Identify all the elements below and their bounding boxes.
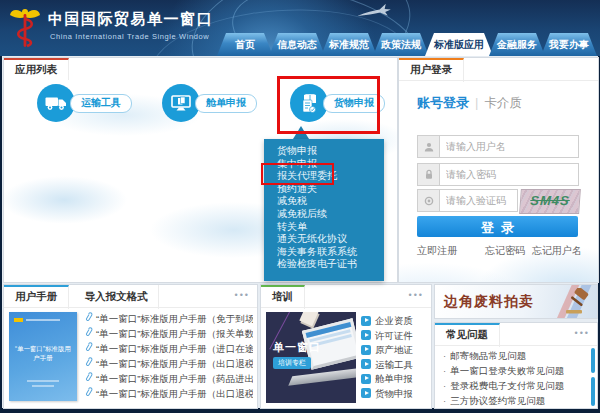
login-mode-tabs: 账号登录|卡介质	[417, 94, 522, 112]
header: 中国国际贸易单一窗口 China International Trade Sin…	[0, 0, 600, 56]
tab-app-list[interactable]: 应用列表	[4, 58, 69, 82]
lock-icon	[418, 164, 440, 185]
training-image-badge: 培训专栏	[273, 357, 311, 369]
site-title: 中国国际贸易单一窗口	[48, 10, 213, 29]
play-icon	[361, 388, 371, 398]
paperclip-icon	[84, 327, 93, 338]
training-link-text: 舱单申报	[375, 373, 413, 384]
training-promo-image[interactable]: 单一窗口 培训专栏	[266, 312, 356, 403]
manual-link[interactable]: “单一窗口”标准版用户手册（出口退税 外贸...	[84, 386, 253, 401]
training-link[interactable]: 企业资质	[361, 314, 429, 329]
highlight-box-cargo-declaration	[277, 76, 380, 134]
app-item-manifest[interactable]: 舱单申报	[195, 94, 257, 113]
training-link[interactable]: 货物申报	[361, 387, 429, 402]
forgot-password-link[interactable]: 忘记密码	[485, 245, 525, 256]
password-input[interactable]	[440, 164, 578, 185]
manual-link-text: “单一窗口”标准版用户手册（报关单数据订阅...	[96, 328, 253, 339]
app-item-transport[interactable]: 运输工具	[70, 94, 132, 113]
faq-link[interactable]: 单一窗口登录失败常见问题	[443, 363, 587, 378]
manual-link[interactable]: “单一窗口”标准版用户手册（免于到场协助查...	[84, 311, 253, 326]
training-link-text: 运输工具	[375, 359, 413, 370]
menu-item-customs-affairs-contact[interactable]: 海关事务联系系统	[264, 246, 384, 259]
paperclip-icon	[84, 387, 93, 398]
more-button[interactable]: •••	[409, 285, 424, 305]
scrap-auction-banner[interactable]: 边角废料拍卖	[434, 284, 598, 319]
nav-tab-policies[interactable]: 政策法规	[373, 33, 429, 56]
manual-link-text: “单一窗口”标准版用户手册（进口在途农产品...	[96, 343, 253, 354]
play-icon	[361, 316, 371, 326]
login-panel: 用户登录 账号登录|卡介质 SM4S 登录 立即注册 忘记	[398, 57, 599, 283]
cargo-declaration-dropdown: 货物申报 集中申报 报关代理委托 预约通关 减免税 减免税后续 转关单 通关无纸…	[264, 139, 384, 281]
menu-item-tax-reduction-followup[interactable]: 减免税后续	[264, 208, 384, 221]
username-row	[417, 135, 579, 158]
nav-tab-finance[interactable]: 金融服务	[489, 33, 545, 56]
play-icon	[361, 330, 371, 340]
manual-link-text: “单一窗口”标准版用户手册（出口退税 外贸...	[96, 388, 253, 399]
training-image-title: 单一窗口	[273, 340, 321, 355]
tab-user-manual[interactable]: 用户手册	[4, 285, 69, 309]
manual-link[interactable]: “单一窗口”标准版用户手册（药品进出口准许...	[84, 371, 253, 386]
book-cover-line	[32, 385, 54, 387]
training-link[interactable]: 舱单申报	[361, 372, 429, 387]
register-link[interactable]: 立即注册	[417, 244, 457, 258]
book-cover-logo	[14, 318, 23, 322]
play-icon	[361, 359, 371, 369]
laptop-base-graphic	[288, 367, 356, 386]
menu-item-tax-reduction[interactable]: 减免税	[264, 195, 384, 208]
paperclip-icon	[84, 312, 93, 323]
captcha-input[interactable]	[440, 190, 517, 211]
scrollbar[interactable]	[591, 377, 595, 406]
captcha-image[interactable]: SM4S	[519, 189, 581, 214]
customs-logo-icon	[9, 6, 41, 50]
login-tabstrip: 用户登录	[399, 58, 598, 81]
scrollbar[interactable]	[591, 348, 595, 373]
nav-tab-home[interactable]: 首页	[217, 33, 273, 56]
auction-banner-title: 边角废料拍卖	[444, 293, 534, 311]
faq-link[interactable]: 邮寄物品常见问题	[443, 348, 587, 363]
tab-account-login[interactable]: 账号登录	[417, 95, 469, 110]
tab-training[interactable]: 培训	[261, 285, 305, 309]
nav-tab-standards[interactable]: 标准规范	[321, 33, 377, 56]
captcha-shield-icon	[418, 190, 440, 211]
book-cover-title: “单一窗口”标准版用户手册	[14, 345, 71, 363]
menu-item-paperless-agreement[interactable]: 通关无纸化协议	[264, 233, 384, 246]
training-link[interactable]: 原产地证	[361, 343, 429, 358]
paperclip-icon	[84, 342, 93, 353]
faq-panel: 常见问题 ••• 邮寄物品常见问题 单一窗口登录失败常见问题 登录税费电子支付常…	[434, 322, 598, 409]
manual-link[interactable]: “单一窗口”标准版用户手册（进口在途农产品...	[84, 341, 253, 356]
tab-card-login[interactable]: 卡介质	[484, 96, 522, 110]
training-link[interactable]: 许可证件	[361, 329, 429, 344]
training-link[interactable]: 运输工具	[361, 358, 429, 373]
menu-item-transit-form[interactable]: 转关单	[264, 221, 384, 234]
user-icon	[418, 136, 440, 157]
paperclip-icon	[84, 372, 93, 383]
nav-tab-standard-app[interactable]: 标准版应用	[425, 33, 493, 56]
training-panel: 培训 ••• 单一窗口 培训专栏 企业资质 许可证件 原产地证 运输工具 舱单申…	[260, 284, 432, 409]
paperclip-icon	[84, 357, 93, 368]
manual-link[interactable]: “单一窗口”标准版用户手册（出口退税 生产...	[84, 356, 253, 371]
forgot-links: 忘记密码忘记用户名	[478, 244, 582, 258]
login-links: 立即注册 忘记密码忘记用户名	[417, 244, 582, 258]
faq-list: 邮寄物品常见问题 单一窗口登录失败常见问题 登录税费电子支付常见问题 三方协议签…	[443, 348, 587, 408]
faq-link[interactable]: 登录税费电子支付常见问题	[443, 378, 587, 393]
tab-import-message-format[interactable]: 导入报文格式	[73, 285, 159, 309]
training-tabstrip: 培训 •••	[261, 285, 431, 308]
nav-tab-news[interactable]: 信息动态	[269, 33, 325, 56]
nav-tab-services[interactable]: 我要办事	[541, 33, 597, 56]
faq-link[interactable]: 三方协议签约常见问题	[443, 393, 587, 408]
training-link-text: 许可证件	[375, 330, 413, 341]
tab-faq[interactable]: 常见问题	[435, 323, 500, 347]
manual-list: “单一窗口”标准版用户手册（免于到场协助查... “单一窗口”标准版用户手册（报…	[84, 311, 253, 401]
menu-item-cargo-declaration[interactable]: 货物申报	[264, 145, 384, 158]
more-button[interactable]: •••	[575, 323, 590, 343]
more-button[interactable]: •••	[235, 285, 250, 305]
manual-link[interactable]: “单一窗口”标准版用户手册（报关单数据订阅...	[84, 326, 253, 341]
training-list: 企业资质 许可证件 原产地证 运输工具 舱单申报 货物申报	[361, 314, 429, 402]
login-button[interactable]: 登录	[417, 216, 578, 237]
training-link-text: 货物申报	[375, 388, 413, 399]
menu-item-inspection-certificate[interactable]: 检验检疫电子证书	[264, 258, 384, 271]
manual-tabstrip: 用户手册 导入报文格式 •••	[4, 285, 257, 308]
forgot-username-link[interactable]: 忘记用户名	[532, 245, 582, 256]
tab-user-login[interactable]: 用户登录	[399, 58, 464, 82]
username-input[interactable]	[440, 136, 578, 157]
